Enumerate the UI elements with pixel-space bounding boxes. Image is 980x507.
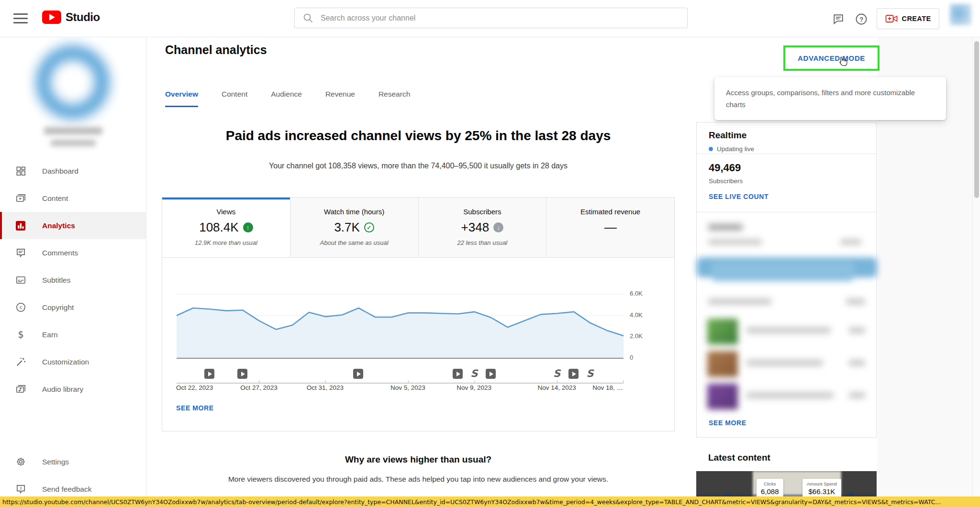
advanced-mode-tooltip: Access groups, comparisons, filters and … bbox=[714, 77, 946, 120]
realtime-card: Realtime Updating live 49,469 Subscriber… bbox=[696, 122, 877, 438]
youtube-studio-logo[interactable]: Studio bbox=[42, 11, 100, 24]
sidebar-item-content[interactable]: Content bbox=[0, 185, 146, 212]
video-marker-icon[interactable] bbox=[204, 369, 214, 379]
scrollbar-track[interactable] bbox=[972, 37, 980, 507]
metric-value: 3.7K✓ bbox=[290, 220, 418, 235]
x-axis-label: Nov 14, 2023 bbox=[537, 384, 576, 391]
video-marker-icon[interactable] bbox=[568, 369, 579, 379]
mouse-cursor-hand bbox=[836, 55, 849, 68]
help-icon[interactable]: ? bbox=[855, 12, 868, 26]
youtube-logo-icon bbox=[42, 11, 61, 24]
x-axis-label: Oct 22, 2023 bbox=[176, 384, 213, 391]
video-marker-icon[interactable] bbox=[353, 369, 363, 379]
sidebar-item-label: Comments bbox=[42, 249, 78, 257]
insight-headline: Paid ads increased channel views by 25% … bbox=[162, 128, 675, 143]
video-marker-icon[interactable] bbox=[237, 369, 247, 379]
see-live-count-link[interactable]: SEE LIVE COUNT bbox=[709, 193, 768, 200]
realtime-subscriber-label: Subscribers bbox=[709, 177, 743, 185]
sidebar-item-label: Content bbox=[42, 194, 68, 203]
sidebar-item-dashboard[interactable]: Dashboard bbox=[0, 157, 146, 185]
x-axis-label: Nov 5, 2023 bbox=[390, 384, 425, 391]
sidebar-item-label: Send feedback bbox=[42, 485, 91, 494]
hamburger-menu-button[interactable] bbox=[13, 13, 28, 24]
sidebar-item-earn[interactable]: $Earn bbox=[0, 321, 146, 348]
sidebar-item-settings[interactable]: Settings bbox=[0, 448, 146, 475]
sidebar-item-label: Customization bbox=[42, 358, 89, 366]
comments-icon bbox=[15, 247, 26, 259]
advanced-mode-button[interactable]: ADVANCED MODE bbox=[783, 45, 880, 71]
earn-icon: $ bbox=[15, 329, 26, 341]
analytics-tabs: OverviewContentAudienceRevenueResearch bbox=[165, 90, 410, 107]
metric-subtext: 22 less than usual bbox=[419, 239, 546, 246]
channel-search-bar[interactable] bbox=[294, 8, 688, 28]
sidebar-item-customization[interactable]: Customization bbox=[0, 348, 146, 375]
metric-value: +348↓ bbox=[419, 220, 546, 235]
up-arrow-icon: ↑ bbox=[243, 222, 253, 232]
sidebar-item-label: Dashboard bbox=[42, 167, 78, 176]
metric-tab-watch-time-hours-[interactable]: Watch time (hours) 3.7K✓ About the same … bbox=[290, 198, 419, 257]
metric-label: Subscribers bbox=[419, 208, 546, 216]
shorts-marker-icon[interactable]: S bbox=[585, 369, 595, 379]
shorts-marker-icon[interactable]: S bbox=[469, 369, 479, 379]
x-axis-label: Nov 9, 2023 bbox=[457, 384, 491, 391]
metric-tab-views[interactable]: Views 108.4K↑ 12.9K more than usual bbox=[162, 198, 290, 257]
tab-research[interactable]: Research bbox=[379, 90, 410, 107]
chart-see-more-link[interactable]: SEE MORE bbox=[176, 404, 214, 412]
metric-subtext: 12.9K more than usual bbox=[162, 239, 290, 246]
realtime-see-more-link[interactable]: SEE MORE bbox=[709, 419, 746, 427]
create-button[interactable]: CREATE bbox=[877, 8, 939, 29]
tab-audience[interactable]: Audience bbox=[271, 90, 302, 107]
x-axis-label: Oct 27, 2023 bbox=[240, 384, 277, 391]
sidebar-item-comments[interactable]: Comments bbox=[0, 239, 146, 266]
realtime-status: Updating live bbox=[709, 145, 754, 153]
realtime-blurred-content bbox=[697, 218, 876, 415]
metric-tab-estimated-revenue[interactable]: Estimated revenue — bbox=[546, 198, 674, 257]
metric-tab-subscribers[interactable]: Subscribers +348↓ 22 less than usual bbox=[419, 198, 547, 257]
metric-label: Views bbox=[162, 208, 290, 216]
latest-content-title: Latest content bbox=[708, 452, 770, 463]
send-feedback-icon: ! bbox=[15, 484, 26, 495]
check-icon: ✓ bbox=[364, 222, 374, 232]
video-marker-icon[interactable] bbox=[453, 369, 463, 379]
tab-revenue[interactable]: Revenue bbox=[325, 90, 355, 107]
y-axis-label: 4.0K bbox=[630, 311, 643, 319]
metric-tabs: Views 108.4K↑ 12.9K more than usualWatch… bbox=[162, 198, 674, 258]
subtitles-icon bbox=[15, 275, 26, 286]
metric-value: — bbox=[546, 220, 674, 235]
x-axis-label: Oct 31, 2023 bbox=[307, 384, 344, 391]
shorts-marker-icon[interactable]: S bbox=[552, 369, 562, 379]
account-avatar[interactable] bbox=[950, 4, 971, 25]
channel-avatar[interactable] bbox=[36, 46, 109, 119]
customization-icon bbox=[15, 356, 26, 368]
video-marker-icon[interactable] bbox=[486, 369, 496, 379]
studio-brand-text: Studio bbox=[66, 11, 100, 24]
sidebar-item-label: Copyright bbox=[42, 303, 74, 312]
sidebar-item-label: Settings bbox=[42, 458, 69, 466]
sidebar-item-label: Earn bbox=[42, 331, 58, 339]
sidebar-item-label: Analytics bbox=[42, 221, 75, 230]
y-axis-label: 0 bbox=[630, 354, 633, 361]
stat-chip-clicks: Clicks6,088 bbox=[757, 479, 783, 498]
status-url: https://studio.youtube.com/channel/UCS0Z… bbox=[2, 498, 941, 506]
dashboard-icon bbox=[15, 165, 26, 177]
sidebar-item-copyright[interactable]: cCopyright bbox=[0, 294, 146, 321]
tab-overview[interactable]: Overview bbox=[165, 90, 198, 107]
advanced-mode-label: ADVANCED MODE bbox=[798, 54, 865, 62]
scrollbar-thumb[interactable] bbox=[974, 41, 979, 198]
why-section-title: Why are views higher than usual? bbox=[162, 454, 675, 465]
sidebar-item-analytics[interactable]: Analytics bbox=[0, 212, 146, 239]
settings-icon bbox=[15, 456, 26, 468]
search-input[interactable] bbox=[321, 14, 679, 22]
sidebar-menu: DashboardContentAnalyticsCommentsSubtitl… bbox=[0, 157, 146, 403]
overview-chart-card: Views 108.4K↑ 12.9K more than usualWatch… bbox=[162, 197, 675, 431]
sidebar-item-audio-library[interactable]: Audio library bbox=[0, 375, 146, 403]
feedback-bubble-icon[interactable] bbox=[832, 12, 845, 26]
svg-text:!: ! bbox=[20, 485, 21, 491]
browser-status-bar: https://studio.youtube.com/channel/UCS0Z… bbox=[0, 496, 980, 507]
sidebar-footer-menu: Settings!Send feedback bbox=[0, 448, 146, 503]
channel-handle-blurred bbox=[51, 140, 96, 146]
svg-text:c: c bbox=[19, 304, 22, 310]
sidebar-item-subtitles[interactable]: Subtitles bbox=[0, 266, 146, 294]
y-axis-label: 6.0K bbox=[630, 290, 643, 297]
tab-content[interactable]: Content bbox=[222, 90, 247, 107]
